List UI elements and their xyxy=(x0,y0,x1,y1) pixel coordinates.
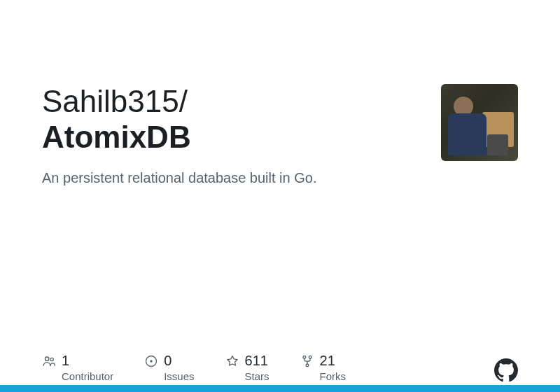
accent-bar xyxy=(0,385,560,392)
star-icon xyxy=(225,354,239,368)
repo-name[interactable]: AtomixDB xyxy=(42,120,427,155)
github-logo-icon[interactable] xyxy=(494,358,518,382)
issue-icon xyxy=(144,354,158,368)
svg-point-1 xyxy=(50,358,53,360)
stat-value: 0 xyxy=(164,353,172,369)
stat-forks[interactable]: 21 Forks xyxy=(300,353,346,382)
svg-point-4 xyxy=(303,356,306,358)
stat-issues[interactable]: 0 Issues xyxy=(144,353,194,382)
stat-stars[interactable]: 611 Stars xyxy=(225,353,270,382)
stats-row: 1 Contributor 0 Issues 611 Stars xyxy=(42,353,346,382)
avatar[interactable] xyxy=(441,84,518,161)
people-icon xyxy=(42,354,56,368)
stat-contributors[interactable]: 1 Contributor xyxy=(42,353,113,382)
stat-label: Forks xyxy=(320,370,346,382)
svg-point-0 xyxy=(45,357,48,360)
repo-description: An persistent relational database built … xyxy=(42,170,427,186)
svg-point-6 xyxy=(306,364,309,367)
fork-icon xyxy=(300,354,314,368)
stat-value: 611 xyxy=(245,353,268,369)
svg-point-3 xyxy=(150,360,153,362)
stat-label: Contributor xyxy=(62,370,113,382)
svg-point-5 xyxy=(309,356,312,358)
stat-value: 1 xyxy=(62,353,69,369)
repo-title: Sahilb315/ AtomixDB xyxy=(42,84,427,155)
stat-label: Issues xyxy=(164,370,194,382)
repo-owner[interactable]: Sahilb315/ xyxy=(42,84,188,118)
stat-label: Stars xyxy=(245,370,270,382)
stat-value: 21 xyxy=(320,353,335,369)
